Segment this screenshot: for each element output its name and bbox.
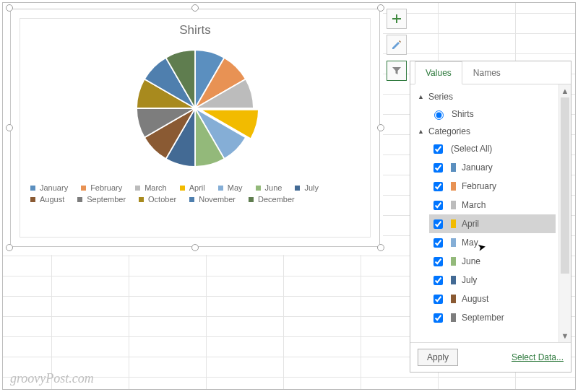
chart-area: Shirts JanuaryFebruaryMarchAprilMayJuneJ… bbox=[20, 18, 371, 238]
chart-filters-button[interactable] bbox=[387, 61, 407, 81]
select-all-row[interactable]: (Select All) bbox=[429, 139, 556, 158]
apply-button[interactable]: Apply bbox=[418, 349, 458, 366]
plus-icon bbox=[391, 13, 402, 25]
legend-swatch-icon bbox=[30, 197, 35, 202]
legend-swatch-icon bbox=[295, 186, 300, 191]
legend-item[interactable]: March bbox=[135, 183, 167, 192]
series-label: Series bbox=[428, 92, 453, 102]
filter-tree: ▲ Series Shirts ▲ Categories (Se bbox=[410, 84, 558, 342]
category-checkbox[interactable] bbox=[434, 201, 443, 210]
category-row[interactable]: May bbox=[429, 233, 556, 252]
resize-handle[interactable] bbox=[377, 124, 384, 131]
category-checkbox[interactable] bbox=[434, 257, 443, 266]
scroll-down-icon[interactable]: ▼ bbox=[561, 329, 569, 342]
resize-handle[interactable] bbox=[6, 244, 13, 251]
series-radio[interactable] bbox=[434, 110, 444, 120]
category-label: April bbox=[462, 219, 479, 229]
categories-group-body: (Select All) JanuaryFebruaryMarchAprilMa… bbox=[416, 139, 556, 327]
category-color-icon bbox=[451, 295, 456, 303]
legend-item[interactable]: June bbox=[256, 183, 282, 192]
category-color-icon bbox=[451, 182, 456, 191]
tab-values[interactable]: Values bbox=[415, 61, 462, 84]
series-group-header[interactable]: ▲ Series bbox=[416, 89, 556, 105]
series-item-label: Shirts bbox=[452, 109, 474, 119]
resize-handle[interactable] bbox=[6, 4, 13, 12]
series-item[interactable]: Shirts bbox=[429, 105, 556, 123]
category-row[interactable]: June bbox=[429, 252, 556, 271]
funnel-icon bbox=[391, 65, 402, 77]
legend-label: January bbox=[40, 183, 68, 192]
resize-handle[interactable] bbox=[6, 124, 13, 131]
category-row[interactable]: February bbox=[429, 177, 556, 196]
filter-tabs: Values Names bbox=[410, 61, 571, 84]
category-checkbox[interactable] bbox=[434, 295, 443, 304]
category-color-icon bbox=[451, 238, 456, 247]
resize-handle[interactable] bbox=[377, 244, 384, 251]
category-checkbox[interactable] bbox=[434, 313, 443, 323]
chart-styles-button[interactable] bbox=[387, 35, 407, 55]
legend-item[interactable]: December bbox=[249, 195, 295, 204]
category-row[interactable]: January bbox=[429, 158, 556, 177]
scroll-up-icon[interactable]: ▲ bbox=[561, 84, 569, 97]
legend-item[interactable]: January bbox=[30, 183, 68, 192]
category-checkbox[interactable] bbox=[434, 276, 443, 285]
legend-item[interactable]: February bbox=[81, 183, 122, 192]
legend-label: April bbox=[189, 183, 205, 192]
legend-item[interactable]: May bbox=[218, 183, 243, 192]
legend-swatch-icon bbox=[249, 197, 254, 202]
legend-item[interactable]: September bbox=[77, 195, 126, 204]
legend-label: October bbox=[148, 195, 176, 204]
panel-footer: Apply Select Data... bbox=[410, 342, 571, 372]
legend-label: February bbox=[90, 183, 122, 192]
collapse-icon: ▲ bbox=[418, 128, 424, 135]
select-all-checkbox[interactable] bbox=[434, 144, 443, 154]
categories-group-header[interactable]: ▲ Categories bbox=[416, 123, 556, 139]
category-row[interactable]: July bbox=[429, 271, 556, 289]
legend-item[interactable]: October bbox=[139, 195, 176, 204]
legend-swatch-icon bbox=[180, 186, 185, 191]
category-row[interactable]: September bbox=[429, 308, 556, 327]
legend-item[interactable]: April bbox=[180, 183, 205, 192]
pie-chart[interactable] bbox=[130, 43, 260, 173]
legend-swatch-icon bbox=[81, 186, 86, 191]
series-group-body: Shirts bbox=[416, 105, 556, 123]
category-color-icon bbox=[451, 219, 456, 228]
resize-handle[interactable] bbox=[191, 4, 199, 12]
chart-legend[interactable]: JanuaryFebruaryMarchAprilMayJuneJulyAugu… bbox=[20, 178, 370, 211]
legend-label: November bbox=[199, 195, 236, 204]
add-element-button[interactable] bbox=[387, 9, 407, 29]
category-color-icon bbox=[451, 201, 456, 209]
category-checkbox[interactable] bbox=[434, 219, 443, 229]
legend-swatch-icon bbox=[218, 186, 223, 191]
tab-names[interactable]: Names bbox=[462, 61, 512, 84]
legend-swatch-icon bbox=[256, 186, 261, 191]
resize-handle[interactable] bbox=[377, 4, 384, 12]
legend-item[interactable]: July bbox=[295, 183, 319, 192]
category-label: June bbox=[462, 256, 480, 266]
select-data-link[interactable]: Select Data... bbox=[512, 352, 564, 362]
legend-item[interactable]: November bbox=[189, 195, 236, 204]
category-row[interactable]: August bbox=[429, 289, 556, 308]
category-label: March bbox=[462, 200, 486, 210]
legend-label: June bbox=[265, 183, 282, 192]
category-row[interactable]: March bbox=[429, 196, 556, 214]
legend-swatch-icon bbox=[189, 197, 194, 202]
legend-label: September bbox=[87, 195, 126, 204]
category-color-icon bbox=[451, 276, 456, 284]
chart-object[interactable]: Shirts JanuaryFebruaryMarchAprilMayJuneJ… bbox=[10, 9, 380, 247]
category-label: July bbox=[462, 275, 477, 285]
legend-label: August bbox=[40, 195, 64, 204]
category-checkbox[interactable] bbox=[434, 238, 443, 248]
chart-contextual-buttons bbox=[387, 9, 407, 81]
resize-handle[interactable] bbox=[191, 244, 199, 251]
category-checkbox[interactable] bbox=[434, 182, 443, 191]
category-row[interactable]: April bbox=[429, 214, 556, 233]
chart-title[interactable]: Shirts bbox=[20, 19, 370, 39]
scroll-thumb[interactable] bbox=[561, 97, 569, 274]
category-checkbox[interactable] bbox=[434, 163, 443, 173]
legend-item[interactable]: August bbox=[30, 195, 64, 204]
legend-label: July bbox=[304, 183, 319, 192]
panel-scrollbar[interactable]: ▲ ▼ bbox=[558, 84, 571, 342]
watermark: groovyPost.com bbox=[10, 371, 94, 386]
legend-swatch-icon bbox=[135, 186, 140, 191]
